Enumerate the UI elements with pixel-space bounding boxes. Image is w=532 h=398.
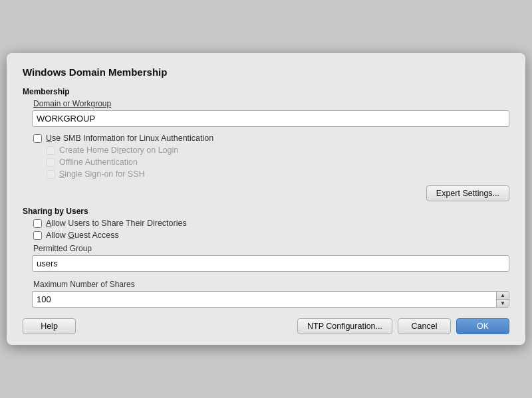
bottom-bar: Help NTP Configuration... Cancel OK <box>23 318 509 334</box>
domain-or-workgroup-label: Domain or Workgroup <box>32 99 509 108</box>
allow-share-row: Allow Users to Share Their Directories <box>32 219 509 228</box>
permitted-group-input[interactable] <box>32 255 509 272</box>
single-sign-on-label: Single Sign-on for SSH <box>59 169 145 179</box>
expert-settings-button[interactable]: Expert Settings... <box>426 185 509 201</box>
membership-section-label: Membership <box>23 87 509 96</box>
offline-auth-row: Offline Authentication <box>32 157 509 167</box>
allow-guest-label[interactable]: Allow Guest Access <box>46 231 119 240</box>
sharing-section-label: Sharing by Users <box>23 207 509 216</box>
max-shares-spinner: ▲ ▼ <box>32 291 509 308</box>
allow-guest-checkbox[interactable] <box>33 231 42 240</box>
help-area: Help <box>23 318 76 334</box>
max-shares-input[interactable] <box>32 291 496 308</box>
permitted-group-label: Permitted Group <box>32 244 509 253</box>
allow-share-label[interactable]: Allow Users to Share Their Directories <box>46 219 187 228</box>
action-buttons: NTP Configuration... Cancel OK <box>297 318 509 334</box>
use-smb-checkbox[interactable] <box>33 134 42 143</box>
spinner-controls: ▲ ▼ <box>496 291 509 308</box>
membership-section: Membership Domain or Workgroup Use SMB I… <box>23 87 509 179</box>
single-sign-on-checkbox[interactable] <box>47 170 55 179</box>
use-smb-label[interactable]: Use SMB Information for Linux Authentica… <box>46 134 213 143</box>
single-sign-on-row: Single Sign-on for SSH <box>32 169 509 179</box>
spinner-up-button[interactable]: ▲ <box>497 292 509 300</box>
create-home-label: Create Home Directory on Login <box>59 146 178 155</box>
use-smb-row: Use SMB Information for Linux Authentica… <box>32 134 509 143</box>
ok-button[interactable]: OK <box>456 318 509 334</box>
offline-auth-checkbox[interactable] <box>47 158 55 167</box>
offline-auth-label: Offline Authentication <box>59 157 138 167</box>
cancel-button[interactable]: Cancel <box>398 318 451 334</box>
sharing-section: Sharing by Users Allow Users to Share Th… <box>23 207 509 308</box>
create-home-checkbox[interactable] <box>47 146 55 155</box>
permitted-group-group: Permitted Group <box>32 244 509 274</box>
allow-share-checkbox[interactable] <box>33 219 42 228</box>
max-shares-label: Maximum Number of Shares <box>32 280 509 289</box>
allow-guest-row: Allow Guest Access <box>32 231 509 240</box>
spinner-down-button[interactable]: ▼ <box>497 300 509 307</box>
domain-input[interactable] <box>32 110 509 127</box>
dialog-window: Windows Domain Membership Membership Dom… <box>7 53 525 345</box>
help-button[interactable]: Help <box>23 318 76 334</box>
dialog-title: Windows Domain Membership <box>23 66 509 78</box>
create-home-row: Create Home Directory on Login <box>32 146 509 155</box>
expert-settings-area: Expert Settings... <box>23 185 509 201</box>
ntp-config-button[interactable]: NTP Configuration... <box>297 318 392 334</box>
max-shares-group: Maximum Number of Shares ▲ ▼ <box>32 280 509 308</box>
